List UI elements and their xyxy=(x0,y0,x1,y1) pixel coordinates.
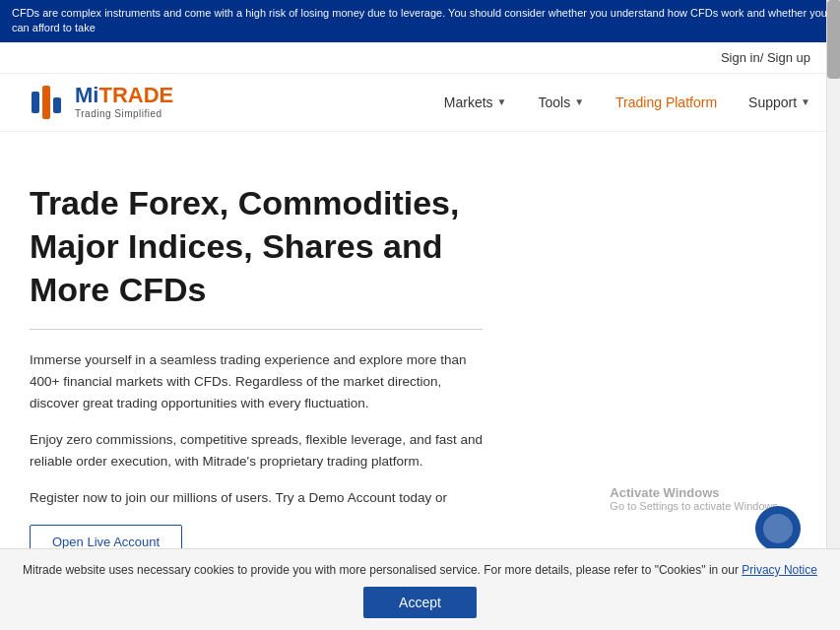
nav-markets[interactable]: Markets ▼ xyxy=(444,94,507,110)
logo-mi: Mi xyxy=(75,83,98,107)
floating-circle-inner xyxy=(763,514,793,543)
svg-rect-1 xyxy=(42,86,50,119)
logo-trade: TRADE xyxy=(98,83,173,107)
hero-divider xyxy=(30,329,483,330)
support-chevron-icon: ▼ xyxy=(801,96,810,107)
svg-rect-2 xyxy=(53,97,61,113)
hero-section: Trade Forex, Commodities, Major Indices,… xyxy=(0,132,808,589)
svg-rect-0 xyxy=(32,92,39,113)
floating-circle-button[interactable] xyxy=(755,506,801,551)
hero-cta-text: Register now to join our millions of use… xyxy=(30,487,483,509)
logo-area: MiTRADE Trading Simplified xyxy=(30,84,173,121)
cookie-banner: Mitrade website uses necessary cookies t… xyxy=(0,548,840,630)
nav-trading-platform[interactable]: Trading Platform xyxy=(615,94,717,110)
logo-icon xyxy=(30,84,67,121)
tools-chevron-icon: ▼ xyxy=(574,96,584,107)
activate-windows-line1: Activate Windows xyxy=(610,485,781,500)
signin-bar: Sign in/ Sign up xyxy=(0,42,840,74)
accept-button[interactable]: Accept xyxy=(363,587,477,618)
scrollbar[interactable] xyxy=(826,0,840,630)
nav-support[interactable]: Support ▼ xyxy=(748,94,810,110)
page-wrapper: CFDs are complex instruments and come wi… xyxy=(0,0,840,630)
privacy-notice-link[interactable]: Privacy Notice xyxy=(742,563,817,577)
logo-text-area: MiTRADE Trading Simplified xyxy=(75,85,173,119)
hero-para2: Enjoy zero commissions, competitive spre… xyxy=(30,429,483,472)
hero-title: Trade Forex, Commodities, Major Indices,… xyxy=(30,181,483,312)
signin-link[interactable]: Sign in/ Sign up xyxy=(721,50,810,65)
activate-windows-watermark: Activate Windows Go to Settings to activ… xyxy=(610,485,781,512)
main-nav: Markets ▼ Tools ▼ Trading Platform Suppo… xyxy=(444,94,810,110)
header: MiTRADE Trading Simplified Markets ▼ Too… xyxy=(0,74,840,132)
hero-para1: Immerse yourself in a seamless trading e… xyxy=(30,349,483,413)
nav-tools[interactable]: Tools ▼ xyxy=(538,94,584,110)
activate-windows-line2: Go to Settings to activate Windows. xyxy=(610,500,781,512)
cookie-text: Mitrade website uses necessary cookies t… xyxy=(23,561,817,579)
logo-brand: MiTRADE xyxy=(75,85,173,106)
warning-text: CFDs are complex instruments and come wi… xyxy=(12,7,827,33)
warning-banner: CFDs are complex instruments and come wi… xyxy=(0,0,840,42)
markets-chevron-icon: ▼ xyxy=(497,96,507,107)
scrollbar-thumb[interactable] xyxy=(827,0,840,79)
logo-tagline: Trading Simplified xyxy=(75,108,173,119)
